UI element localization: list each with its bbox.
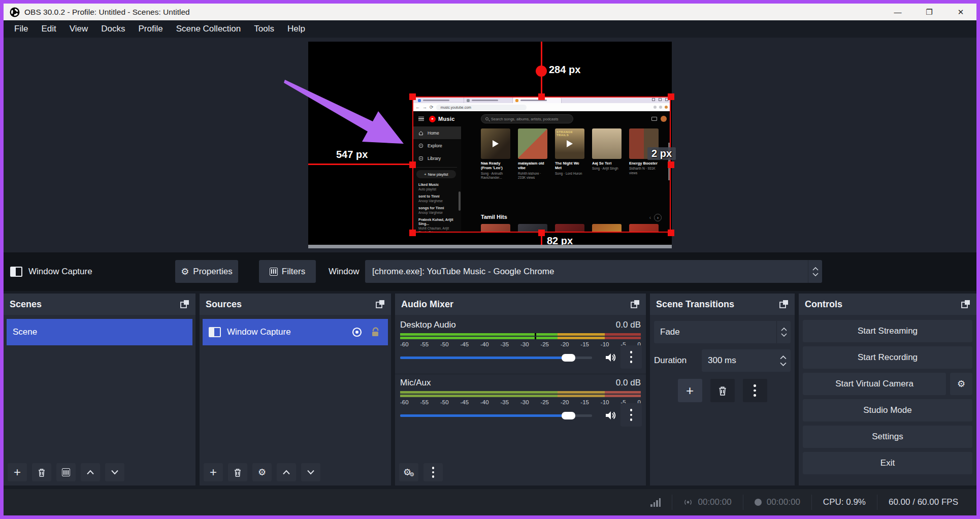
library-icon xyxy=(418,156,423,161)
volume-slider-handle[interactable] xyxy=(562,354,575,362)
channel-options-button[interactable] xyxy=(620,403,642,427)
menu-scene-collection[interactable]: Scene Collection xyxy=(170,20,248,38)
settings-button[interactable]: Settings xyxy=(803,426,972,448)
filters-button[interactable]: Filters xyxy=(259,260,316,283)
controls-panel: Controls Start Streaming Start Recording… xyxy=(799,294,976,485)
remove-scene-button[interactable] xyxy=(32,463,51,481)
volume-slider[interactable] xyxy=(400,356,592,359)
menu-tools[interactable]: Tools xyxy=(247,20,281,38)
source-toolbar: Window Capture ⚙ Properties Filters Wind… xyxy=(4,252,976,291)
scene-filters-button[interactable] xyxy=(56,463,76,481)
add-transition-button[interactable]: + xyxy=(678,379,702,402)
menu-docks[interactable]: Docks xyxy=(94,20,132,38)
move-source-up-button[interactable] xyxy=(277,463,296,481)
menu-file[interactable]: File xyxy=(8,20,35,38)
album-art: STRANGE TRAILS xyxy=(555,128,584,159)
speaker-icon[interactable] xyxy=(604,409,616,421)
source-properties-button[interactable]: ⚙ xyxy=(252,463,272,481)
speaker-icon[interactable] xyxy=(604,351,616,364)
minimize-button[interactable]: — xyxy=(882,4,913,20)
start-streaming-button[interactable]: Start Streaming xyxy=(803,320,972,342)
move-source-down-button[interactable] xyxy=(301,463,320,481)
search-icon xyxy=(485,117,488,120)
home-icon xyxy=(418,131,423,136)
move-scene-down-button[interactable] xyxy=(105,463,124,481)
window-select[interactable]: [chrome.exe]: YouTube Music - Google Chr… xyxy=(365,260,822,283)
back-icon: ← xyxy=(415,105,420,110)
screenshot-frame: OBS 30.0.2 - Profile: Untitled - Scenes:… xyxy=(0,0,980,519)
hamburger-icon xyxy=(418,117,424,121)
sidebar-scrollbar xyxy=(459,191,461,211)
virtual-camera-settings-button[interactable]: ⚙ xyxy=(950,373,972,395)
chrome-window-controls xyxy=(652,98,668,101)
add-scene-button[interactable]: + xyxy=(8,463,27,481)
chevron-down-icon[interactable] xyxy=(780,362,787,366)
selection-handle-mid-right[interactable] xyxy=(668,161,674,168)
advanced-audio-button[interactable]: ⚙⚙ xyxy=(399,463,418,481)
chevron-down-icon xyxy=(307,470,315,475)
duration-spinbox[interactable]: 300 ms xyxy=(702,349,791,372)
mixer-options-button[interactable] xyxy=(423,463,443,481)
start-recording-button[interactable]: Start Recording xyxy=(803,346,972,369)
captured-window-source[interactable]: ← → ⟳ music.youtube.com Music Search son… xyxy=(412,96,671,233)
volume-meter xyxy=(400,337,641,339)
close-button[interactable]: ✕ xyxy=(945,4,976,20)
compass-icon xyxy=(418,143,423,148)
section-title: Tamil Hits xyxy=(481,214,507,220)
scene-item[interactable]: Scene xyxy=(7,319,192,345)
menu-view[interactable]: View xyxy=(63,20,95,38)
transition-options-button[interactable] xyxy=(743,379,767,402)
volume-meter xyxy=(400,333,641,336)
ytm-nav-home: Home xyxy=(412,126,461,139)
url-field: music.youtube.com xyxy=(436,105,527,110)
youtube-music-page: Music Search songs, albums, artists, pod… xyxy=(412,111,671,233)
exit-button[interactable]: Exit xyxy=(803,452,972,474)
album-card: Naa Ready (From 'Leo') Song · Anirudh Ra… xyxy=(481,128,510,180)
remove-transition-button[interactable] xyxy=(710,379,735,402)
selection-handle-bottom-left[interactable] xyxy=(409,230,416,236)
chevron-left-icon: ‹ xyxy=(649,215,651,220)
move-scene-up-button[interactable] xyxy=(81,463,100,481)
transition-select[interactable]: Fade xyxy=(654,321,791,343)
popout-icon[interactable] xyxy=(376,300,385,309)
source-item-window-capture[interactable]: Window Capture xyxy=(203,319,388,345)
window-title: OBS 30.0.2 - Profile: Untitled - Scenes:… xyxy=(24,8,190,17)
scenes-panel: Scenes Scene + xyxy=(4,294,195,485)
menu-edit[interactable]: Edit xyxy=(35,20,62,38)
maximize-button[interactable]: ❐ xyxy=(913,4,945,20)
thumbnail-row xyxy=(481,224,659,233)
selection-handle-bottom-right[interactable] xyxy=(668,230,674,236)
popout-icon[interactable] xyxy=(631,300,640,309)
visibility-eye-icon[interactable] xyxy=(351,327,363,338)
ytm-logo-icon xyxy=(429,116,436,122)
studio-mode-button[interactable]: Studio Mode xyxy=(803,399,972,421)
channel-options-button[interactable] xyxy=(620,345,642,369)
combo-spinner[interactable] xyxy=(808,260,822,283)
start-virtual-camera-button[interactable]: Start Virtual Camera xyxy=(803,373,946,395)
album-art xyxy=(518,128,547,159)
measurement-right: 2 px xyxy=(647,147,676,160)
chrome-tab-active xyxy=(513,98,562,103)
popout-icon[interactable] xyxy=(180,300,189,309)
menu-profile[interactable]: Profile xyxy=(132,20,169,38)
avatar xyxy=(661,116,667,122)
properties-button[interactable]: ⚙ Properties xyxy=(175,260,238,283)
add-source-button[interactable]: + xyxy=(204,463,223,481)
chevron-up-icon[interactable] xyxy=(780,355,787,360)
volume-slider[interactable] xyxy=(400,414,592,417)
menu-help[interactable]: Help xyxy=(281,20,312,38)
trash-icon xyxy=(37,468,46,477)
selection-handle-top-left[interactable] xyxy=(409,93,416,100)
selection-handle-top-right[interactable] xyxy=(668,93,674,100)
playlist-item: sent to Tinni Anoop Varghese xyxy=(412,193,461,205)
popout-icon[interactable] xyxy=(779,300,789,309)
remove-source-button[interactable] xyxy=(228,463,247,481)
status-bar: 00:00:00 00:00:00 CPU: 0.9% 60.00 / 60.0… xyxy=(4,489,976,515)
divider xyxy=(395,374,646,374)
combo-spinner[interactable] xyxy=(776,321,791,343)
volume-slider-handle[interactable] xyxy=(562,412,575,419)
album-card: Aaj Se Teri Song · Arijit Singh xyxy=(592,128,622,180)
ytm-sidebar: Home Explore Library + xyxy=(412,126,461,233)
popout-icon[interactable] xyxy=(961,300,970,309)
unlock-icon[interactable] xyxy=(371,327,380,338)
